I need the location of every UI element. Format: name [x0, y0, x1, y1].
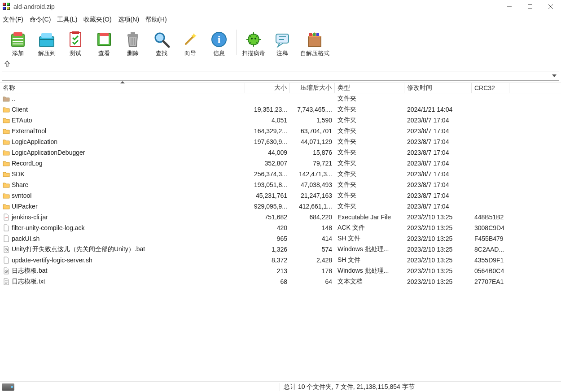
file-size: 420: [245, 224, 290, 231]
table-row[interactable]: 日志模板.txt6864文本文档2023/2/10 13:2527707EA1: [0, 276, 561, 287]
file-mtime: 2023/8/7 17:04: [404, 192, 472, 199]
file-size: 164,329,2...: [245, 127, 290, 135]
menu-options[interactable]: 选项(N): [118, 16, 139, 24]
file-icon: [3, 213, 10, 221]
toolbar-test[interactable]: 测试: [61, 28, 90, 57]
svg-rect-25: [309, 33, 312, 36]
close-button[interactable]: [540, 0, 561, 13]
file-name: filter-unity-compile-log.ack: [12, 224, 85, 231]
maximize-button[interactable]: [520, 0, 540, 13]
svg-point-29: [6, 249, 7, 250]
file-name: Client: [12, 106, 28, 113]
table-row[interactable]: svntool45,231,76121,247,163文件夹2023/8/7 1…: [0, 190, 561, 201]
col-header-name[interactable]: 名称: [0, 83, 245, 93]
file-size: 965: [245, 235, 290, 242]
table-row[interactable]: ..文件夹: [0, 93, 561, 104]
menu-bar: 文件(F) 命令(C) 工具(L) 收藏夹(O) 选项(N) 帮助(H): [0, 13, 561, 26]
file-packed: 64: [290, 278, 335, 285]
file-name: jenkins-cli.jar: [12, 213, 48, 221]
toolbar-info[interactable]: i 信息: [205, 28, 233, 57]
col-header-mtime[interactable]: 修改时间: [404, 83, 472, 93]
toolbar-find[interactable]: 查找: [147, 28, 176, 57]
toolbar-extract-label: 解压到: [38, 49, 56, 57]
menu-tools[interactable]: 工具(L): [57, 16, 77, 24]
svg-rect-6: [39, 37, 54, 47]
file-crc: 8C2AAD...: [472, 246, 509, 253]
menu-commands[interactable]: 命令(C): [30, 16, 51, 24]
table-row[interactable]: RecordLog352,80779,721文件夹2023/8/7 17:04: [0, 158, 561, 169]
toolbar-comment[interactable]: 注释: [268, 28, 297, 57]
file-crc: F455B479: [472, 235, 509, 242]
file-packed: 15,876: [290, 149, 335, 156]
table-row[interactable]: Client19,351,23...7,743,465,...文件夹2024/1…: [0, 104, 561, 115]
table-row[interactable]: UIPacker929,095,9...412,661,1...文件夹2023/…: [0, 201, 561, 212]
winrar-app-icon: [3, 3, 11, 11]
file-packed: 47,038,493: [290, 181, 335, 188]
view-icon: [95, 30, 113, 48]
toolbar-sfx-label: 自解压格式: [300, 49, 329, 57]
svg-rect-1: [528, 5, 532, 9]
toolbar-test-label: 测试: [70, 49, 81, 57]
svg-rect-23: [276, 34, 289, 43]
table-row[interactable]: LogicApplicationDebugger44,00915,876文件夹2…: [0, 147, 561, 158]
file-name: UIPacker: [12, 203, 38, 210]
file-mtime: 2023/2/10 13:25: [404, 235, 472, 242]
status-bar: 总计 10 个文件夹, 7 文件, 21,138,115,854 字节: [0, 381, 561, 392]
address-dropdown-icon[interactable]: [551, 74, 558, 77]
up-level-icon[interactable]: [4, 60, 11, 69]
table-row[interactable]: Share193,051,8...47,038,493文件夹2023/8/7 1…: [0, 179, 561, 190]
toolbar-scan-label: 扫描病毒: [242, 49, 265, 57]
table-row[interactable]: jenkins-cli.jar751,682684,220Executable …: [0, 212, 561, 222]
minimize-button[interactable]: [499, 0, 520, 13]
file-mtime: 2023/8/7 17:04: [404, 117, 472, 124]
toolbar-sfx[interactable]: 自解压格式: [297, 28, 333, 57]
file-type: 文件夹: [335, 170, 404, 178]
toolbar-wizard[interactable]: 向导: [176, 28, 205, 57]
menu-favorites[interactable]: 收藏夹(O): [83, 16, 111, 24]
toolbar-scan[interactable]: 扫描病毒: [239, 28, 268, 57]
table-row[interactable]: packUI.sh965414SH 文件2023/2/10 13:25F455B…: [0, 233, 561, 244]
folder-icon: [3, 170, 10, 178]
file-mtime: 2023/8/7 17:04: [404, 170, 472, 178]
menu-file[interactable]: 文件(F): [3, 16, 23, 24]
table-row[interactable]: LogicApplication197,630,9...44,071,129文件…: [0, 136, 561, 147]
menu-help[interactable]: 帮助(H): [145, 16, 167, 24]
toolbar-add[interactable]: 添加: [4, 28, 32, 57]
col-header-packed[interactable]: 压缩后大小: [290, 83, 335, 93]
file-size: 1,326: [245, 246, 290, 253]
file-icon: [3, 278, 10, 285]
file-name: ExternalTool: [12, 127, 46, 135]
toolbar-view[interactable]: 查看: [90, 28, 118, 57]
address-bar[interactable]: [2, 71, 559, 81]
file-icon: [3, 246, 10, 253]
file-mtime: 2023/2/10 13:25: [404, 267, 472, 274]
file-name: 日志模板.bat: [12, 267, 47, 275]
table-row[interactable]: ExternalTool164,329,2...63,704,701文件夹202…: [0, 126, 561, 136]
file-type: 文件夹: [335, 116, 404, 124]
table-row[interactable]: filter-unity-compile-log.ack420148ACK 文件…: [0, 222, 561, 233]
toolbar-delete[interactable]: 删除: [118, 28, 147, 57]
col-header-crc[interactable]: CRC32: [472, 83, 509, 93]
sort-indicator-asc-icon: [120, 81, 125, 83]
file-mtime: 2023/8/7 17:04: [404, 138, 472, 145]
file-list[interactable]: ..文件夹Client19,351,23...7,743,465,...文件夹2…: [0, 93, 561, 370]
table-row[interactable]: ETAuto4,0511,590文件夹2023/8/7 17:04: [0, 115, 561, 126]
file-size: 751,682: [245, 213, 290, 221]
table-row[interactable]: SDK256,374,3...142,471,3...文件夹2023/8/7 1…: [0, 169, 561, 179]
file-mtime: 2024/1/21 14:04: [404, 106, 472, 113]
file-crc: 3008C9D4: [472, 224, 509, 231]
toolbar-extract[interactable]: 解压到: [32, 28, 61, 57]
toolbar-separator: [236, 30, 237, 55]
svg-rect-4: [12, 34, 24, 47]
col-header-size[interactable]: 大小: [245, 83, 290, 93]
file-mtime: 2023/8/7 17:04: [404, 149, 472, 156]
file-type: SH 文件: [335, 256, 404, 264]
table-row[interactable]: 日志模板.bat213178Windows 批处理...2023/2/10 13…: [0, 266, 561, 276]
file-type: 文件夹: [335, 192, 404, 200]
table-row[interactable]: update-vertify-logic-server.sh8,3722,428…: [0, 255, 561, 266]
column-headers: 名称 大小 压缩后大小 类型 修改时间 CRC32: [0, 83, 561, 93]
col-header-type[interactable]: 类型: [335, 83, 404, 93]
file-type: 文件夹: [335, 105, 404, 113]
path-bar: [0, 58, 561, 70]
table-row[interactable]: Unity打开失败点这儿（先关闭全部的Unity）.bat1,326574Win…: [0, 244, 561, 255]
